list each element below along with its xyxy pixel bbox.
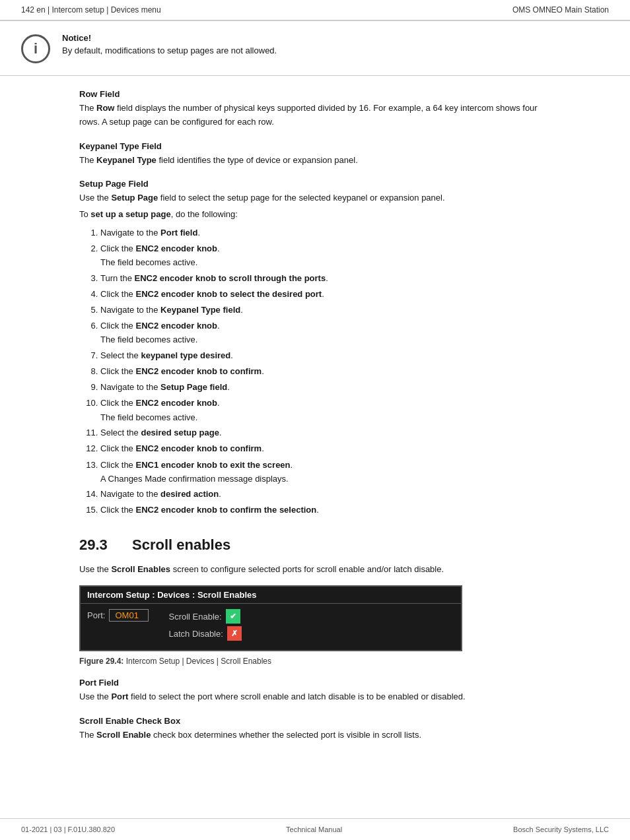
step-2: Click the ENC2 encoder knob. The field b… xyxy=(100,242,551,270)
section-29-3-heading-row: 29.3 Scroll enables xyxy=(79,536,551,554)
notice-box: i Notice! By default, modifications to s… xyxy=(0,20,630,76)
scroll-enable-field: Scroll Enable: ✔ xyxy=(168,609,241,624)
screen-port-label: Port: xyxy=(87,610,105,620)
header-left: 142 en | Intercom setup | Devices menu xyxy=(21,5,161,15)
step-10: Click the ENC2 encoder knob. The field b… xyxy=(100,396,551,424)
step-5: Navigate to the Keypanel Type field. xyxy=(100,303,551,317)
step-8: Click the ENC2 encoder knob to confirm. xyxy=(100,364,551,379)
step-14: Navigate to the desired action. xyxy=(100,487,551,501)
screen-mockup-title: Intercom Setup : Devices : Scroll Enable… xyxy=(81,587,461,604)
footer-left: 01-2021 | 03 | F.01U.380.820 xyxy=(21,825,115,833)
footer-center: Technical Manual xyxy=(286,825,342,833)
step-7: Select the keypanel type desired. xyxy=(100,348,551,363)
port-field-heading: Port Field xyxy=(79,678,551,688)
step-9: Navigate to the Setup Page field. xyxy=(100,380,551,395)
footer-right: Bosch Security Systems, LLC xyxy=(513,825,609,833)
step-4: Click the ENC2 encoder knob to select th… xyxy=(100,287,551,302)
scroll-enable-checkmark: ✔ xyxy=(226,609,240,624)
setup-page-text1: Use the Setup Page field to select the s… xyxy=(79,191,551,205)
row-field-heading: Row Field xyxy=(79,89,551,99)
section-29-3-intro: Use the Scroll Enables screen to configu… xyxy=(79,563,551,577)
figure-caption-text: Intercom Setup | Devices | Scroll Enable… xyxy=(123,657,271,666)
step-15: Click the ENC2 encoder knob to confirm t… xyxy=(100,503,551,517)
row-field-text: The Row field displays the number of phy… xyxy=(79,102,551,129)
setup-page-heading: Setup Page Field xyxy=(79,179,551,189)
step-13: Click the ENC1 encoder knob to exit the … xyxy=(100,458,551,486)
step-12: Click the ENC2 encoder knob to confirm. xyxy=(100,441,551,456)
step-1: Navigate to the Port field. xyxy=(100,226,551,240)
notice-content: Notice! By default, modifications to set… xyxy=(62,33,609,55)
latch-disable-field: Latch Disable: ✗ xyxy=(168,626,241,641)
page-footer: 01-2021 | 03 | F.01U.380.820 Technical M… xyxy=(0,818,630,840)
header-right: OMS OMNEO Main Station xyxy=(512,5,609,15)
scroll-enable-checkbox-text: The Scroll Enable check box determines w… xyxy=(79,728,551,742)
step-6: Click the ENC2 encoder knob. The field b… xyxy=(100,319,551,347)
screen-port-value: OM01 xyxy=(109,609,149,622)
screen-right-fields: Scroll Enable: ✔ Latch Disable: ✗ xyxy=(168,609,241,641)
screen-mockup-body: Port: OM01 Scroll Enable: ✔ Latch Disabl… xyxy=(81,604,461,650)
figure-caption: Figure 29.4: Intercom Setup | Devices | … xyxy=(79,657,551,666)
main-content: Row Field The Row field displays the num… xyxy=(0,89,630,771)
port-field-text: Use the Port field to select the port wh… xyxy=(79,690,551,704)
screen-port-field: Port: OM01 xyxy=(87,609,149,622)
keypanel-type-text: The Keypanel Type field identifies the t… xyxy=(79,154,551,168)
steps-list: Navigate to the Port field. Click the EN… xyxy=(100,226,551,518)
setup-page-text2: To set up a setup page, do the following… xyxy=(79,208,551,222)
section-title: Scroll enables xyxy=(132,536,230,554)
step-3: Turn the ENC2 encoder knob to scroll thr… xyxy=(100,271,551,286)
screen-mockup: Intercom Setup : Devices : Scroll Enable… xyxy=(79,585,462,651)
page-header: 142 en | Intercom setup | Devices menu O… xyxy=(0,0,630,20)
latch-disable-checkmark: ✗ xyxy=(227,626,242,641)
latch-disable-label: Latch Disable: xyxy=(168,629,223,639)
notice-text: By default, modifications to setup pages… xyxy=(62,46,609,55)
scroll-enable-checkbox-heading: Scroll Enable Check Box xyxy=(79,716,551,726)
figure-caption-bold: Figure 29.4: xyxy=(79,657,123,666)
info-icon: i xyxy=(21,34,50,63)
keypanel-type-heading: Keypanel Type Field xyxy=(79,141,551,151)
step-11: Select the desired setup page. xyxy=(100,426,551,440)
section-number: 29.3 xyxy=(79,536,132,554)
notice-title: Notice! xyxy=(62,33,609,43)
scroll-enable-label: Scroll Enable: xyxy=(168,612,221,622)
